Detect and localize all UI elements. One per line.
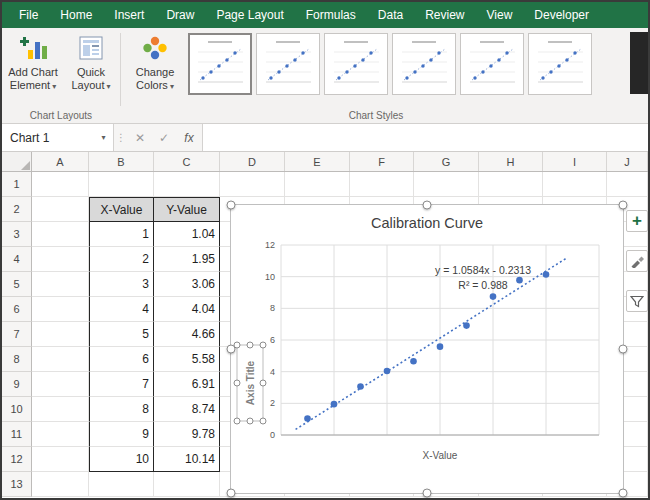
cell-b11[interactable]: 9 (89, 422, 154, 447)
cell-b9[interactable]: 7 (89, 372, 154, 397)
cell-a11[interactable] (32, 422, 89, 447)
cell-c6[interactable]: 4.04 (154, 297, 220, 322)
tab-data[interactable]: Data (367, 2, 414, 28)
chart-style-thumbnail-dark[interactable] (630, 32, 648, 94)
change-colors-button[interactable]: Change Colors▾ (126, 31, 184, 107)
cell-a1[interactable] (32, 172, 89, 197)
cell-j1[interactable] (607, 172, 648, 197)
cell-e1[interactable] (285, 172, 350, 197)
select-all-corner[interactable] (2, 152, 32, 171)
cell-a10[interactable] (32, 397, 89, 422)
name-box[interactable]: Chart 1 (2, 124, 94, 151)
tab-file[interactable]: File (8, 2, 49, 28)
cell-b8[interactable]: 6 (89, 347, 154, 372)
column-header-a[interactable]: A (32, 152, 89, 171)
cancel-button[interactable]: ✕ (128, 124, 152, 151)
cell-b6[interactable]: 4 (89, 297, 154, 322)
tab-insert[interactable]: Insert (103, 2, 155, 28)
cell-a13[interactable] (32, 472, 89, 497)
row-header-3[interactable]: 3 (2, 222, 32, 247)
row-header-8[interactable]: 8 (2, 347, 32, 372)
chart-resize-handle[interactable] (227, 345, 236, 354)
row-header-9[interactable]: 9 (2, 372, 32, 397)
cell-a7[interactable] (32, 322, 89, 347)
cell-b4[interactable]: 2 (89, 247, 154, 272)
cell-h1[interactable] (479, 172, 543, 197)
cell-c10[interactable]: 8.74 (154, 397, 220, 422)
tab-view[interactable]: View (476, 2, 524, 28)
cell-b7[interactable]: 5 (89, 322, 154, 347)
cell-c7[interactable]: 4.66 (154, 322, 220, 347)
chart[interactable]: 024681012Calibration CurveX-Valuey = 1.0… (230, 204, 624, 494)
row-header-4[interactable]: 4 (2, 247, 32, 272)
cell-i1[interactable] (543, 172, 607, 197)
cell-d1[interactable] (220, 172, 285, 197)
enter-button[interactable]: ✓ (152, 124, 176, 151)
cell-b3[interactable]: 1 (89, 222, 154, 247)
cell-a9[interactable] (32, 372, 89, 397)
cell-a5[interactable] (32, 272, 89, 297)
chart-style-thumbnail[interactable] (392, 33, 456, 95)
row-header-6[interactable]: 6 (2, 297, 32, 322)
chart-elements-button[interactable]: + (626, 210, 648, 232)
row-header-5[interactable]: 5 (2, 272, 32, 297)
tab-review[interactable]: Review (414, 2, 475, 28)
tab-draw[interactable]: Draw (155, 2, 205, 28)
column-header-b[interactable]: B (89, 152, 154, 171)
row-header-12[interactable]: 12 (2, 447, 32, 472)
chart-style-thumbnail[interactable] (324, 33, 388, 95)
row-header-13[interactable]: 13 (2, 472, 32, 497)
chart-styles-button[interactable] (626, 250, 648, 272)
column-header-c[interactable]: C (154, 152, 220, 171)
chart-resize-handle[interactable] (423, 489, 432, 498)
chart-filters-button[interactable] (626, 290, 648, 312)
cell-a3[interactable] (32, 222, 89, 247)
cell-c8[interactable]: 5.58 (154, 347, 220, 372)
cell-a12[interactable] (32, 447, 89, 472)
tab-developer[interactable]: Developer (523, 2, 600, 28)
cell-c12[interactable]: 10.14 (154, 447, 220, 472)
cell-c11[interactable]: 9.78 (154, 422, 220, 447)
cell-c2[interactable]: Y-Value (154, 197, 220, 222)
row-header-10[interactable]: 10 (2, 397, 32, 422)
chart-style-thumbnail[interactable] (188, 33, 252, 95)
column-header-i[interactable]: I (543, 152, 607, 171)
cell-c5[interactable]: 3.06 (154, 272, 220, 297)
tab-page-layout[interactable]: Page Layout (205, 2, 294, 28)
row-header-11[interactable]: 11 (2, 422, 32, 447)
cell-b13[interactable] (89, 472, 154, 497)
tab-formulas[interactable]: Formulas (295, 2, 367, 28)
cell-b2[interactable]: X-Value (89, 197, 154, 222)
row-header-1[interactable]: 1 (2, 172, 32, 197)
chart-resize-handle[interactable] (227, 489, 236, 498)
cell-c1[interactable] (154, 172, 220, 197)
column-header-g[interactable]: G (414, 152, 479, 171)
cell-f1[interactable] (350, 172, 414, 197)
cell-b10[interactable]: 8 (89, 397, 154, 422)
cell-c9[interactable]: 6.91 (154, 372, 220, 397)
column-header-f[interactable]: F (350, 152, 414, 171)
tab-home[interactable]: Home (49, 2, 103, 28)
column-header-e[interactable]: E (285, 152, 350, 171)
cell-c13[interactable] (154, 472, 220, 497)
column-header-j[interactable]: J (607, 152, 648, 171)
chart-resize-handle[interactable] (619, 489, 628, 498)
cell-b5[interactable]: 3 (89, 272, 154, 297)
cell-a4[interactable] (32, 247, 89, 272)
chart-resize-handle[interactable] (227, 201, 236, 210)
chart-style-thumbnail[interactable] (528, 33, 592, 95)
name-box-caret-icon[interactable]: ▾ (94, 124, 114, 151)
cell-c3[interactable]: 1.04 (154, 222, 220, 247)
cell-g1[interactable] (414, 172, 479, 197)
add-chart-element-button[interactable]: Add Chart Element▾ (4, 31, 62, 107)
cell-b12[interactable]: 10 (89, 447, 154, 472)
row-header-2[interactable]: 2 (2, 197, 32, 222)
insert-function-button[interactable]: fx (176, 124, 202, 151)
row-header-7[interactable]: 7 (2, 322, 32, 347)
chart-style-thumbnail[interactable] (460, 33, 524, 95)
chart-style-thumbnail[interactable] (256, 33, 320, 95)
formula-bar-input[interactable] (202, 124, 648, 151)
cell-c4[interactable]: 1.95 (154, 247, 220, 272)
cell-a2[interactable] (32, 197, 89, 222)
column-header-d[interactable]: D (220, 152, 285, 171)
